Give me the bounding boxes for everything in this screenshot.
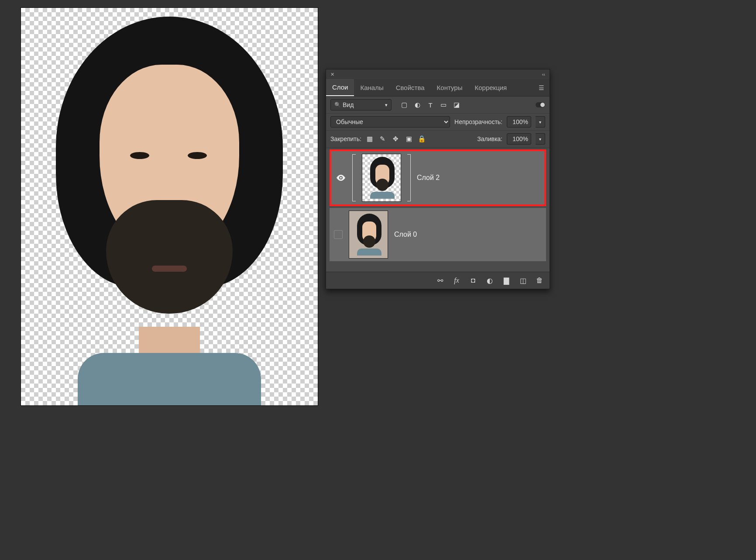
tab-adjustments[interactable]: Коррекция (468, 80, 513, 96)
lock-all-icon[interactable]: 🔒 (418, 135, 426, 143)
lock-transparent-icon[interactable]: ▦ (366, 135, 374, 143)
layer-list: Слой 2 Слой 0 (326, 149, 550, 272)
svg-point-0 (340, 177, 342, 179)
layers-panel: ✕ ‹‹ Слои Каналы Свойства Контуры Коррек… (326, 69, 550, 289)
layer-thumbnail[interactable] (362, 154, 401, 202)
shape-icon[interactable]: ▭ (440, 101, 447, 109)
panel-footer: ⚯ fx ◘ ◐ ▇ ◫ 🗑 (326, 272, 550, 289)
lock-brush-icon[interactable]: ✎ (379, 135, 387, 143)
blend-opacity-row: Обычные Непрозрачность: 100% ▾ (326, 114, 550, 131)
tab-paths[interactable]: Контуры (431, 80, 469, 96)
tab-channels[interactable]: Каналы (354, 80, 389, 96)
panel-menu-icon[interactable]: ☰ (533, 80, 550, 96)
layer-name[interactable]: Слой 2 (417, 174, 440, 182)
collapse-icon[interactable]: ‹‹ (540, 72, 547, 77)
adjustment-icon[interactable]: ◐ (413, 101, 421, 109)
close-icon[interactable]: ✕ (329, 72, 336, 77)
group-icon[interactable]: ▇ (502, 277, 510, 284)
tab-layers[interactable]: Слои (326, 79, 354, 96)
opacity-label: Непрозрачность: (454, 118, 502, 125)
lock-fill-row: Закрепить: ▦ ✎ ✥ ▣ 🔒 Заливка: 100% ▾ (326, 131, 550, 148)
visibility-toggle-off[interactable] (334, 230, 343, 239)
lock-icons: ▦ ✎ ✥ ▣ 🔒 (366, 135, 426, 143)
fill-label: Заливка: (477, 135, 502, 142)
filter-toggle[interactable] (536, 102, 545, 107)
blend-mode-select[interactable]: Обычные (330, 116, 450, 128)
image-icon[interactable]: ▢ (400, 101, 408, 109)
layer-row[interactable]: Слой 0 (330, 208, 546, 261)
visibility-eye-icon[interactable] (336, 173, 346, 183)
canvas-content (21, 8, 318, 405)
mask-icon[interactable]: ◘ (469, 277, 477, 284)
lock-label: Закрепить: (330, 135, 361, 142)
tab-properties[interactable]: Свойства (390, 80, 431, 96)
link-icon[interactable]: ⚯ (436, 277, 444, 284)
panel-titlebar[interactable]: ✕ ‹‹ (326, 69, 550, 79)
smartobject-icon[interactable]: ◪ (453, 101, 460, 109)
opacity-value[interactable]: 100% (507, 116, 531, 128)
kind-label: Вид (343, 101, 354, 108)
layer-row[interactable]: Слой 2 (330, 149, 546, 206)
trash-icon[interactable]: 🗑 (536, 277, 543, 284)
layer-name[interactable]: Слой 0 (394, 231, 417, 239)
kind-filter-row: Вид ▾ ▢ ◐ T ▭ ◪ (326, 97, 550, 114)
new-layer-icon[interactable]: ◫ (519, 277, 527, 284)
opacity-dropdown-icon[interactable]: ▾ (536, 116, 545, 128)
layer-thumbnail[interactable] (349, 211, 388, 259)
type-icon[interactable]: T (426, 101, 434, 109)
fill-value[interactable]: 100% (507, 133, 531, 145)
chevron-down-icon: ▾ (385, 102, 388, 108)
filter-buttons: ▢ ◐ T ▭ ◪ (400, 101, 460, 109)
adjustment-layer-icon[interactable]: ◐ (486, 277, 494, 284)
fill-dropdown-icon[interactable]: ▾ (536, 133, 545, 145)
lock-artboard-icon[interactable]: ▣ (405, 135, 413, 143)
panel-tabs: Слои Каналы Свойства Контуры Коррекция ☰ (326, 79, 550, 97)
lock-move-icon[interactable]: ✥ (392, 135, 400, 143)
document-canvas[interactable] (21, 8, 318, 405)
fx-icon[interactable]: fx (453, 277, 460, 284)
kind-select[interactable]: Вид ▾ (330, 99, 392, 111)
